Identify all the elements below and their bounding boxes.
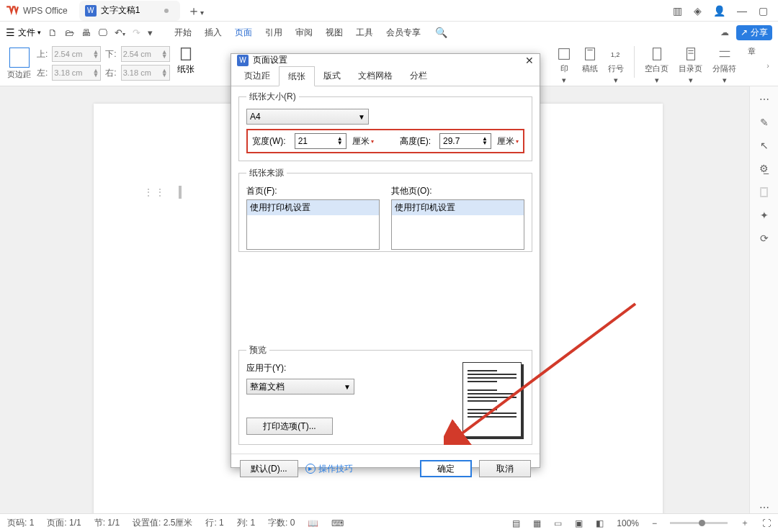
- page-setup-dialog: W 页面设置 ✕ 页边距 纸张 版式 文档网格 分栏 纸张大小(R) A4▼ 宽…: [231, 53, 540, 468]
- preview-thumbnail: [462, 362, 522, 437]
- ok-button[interactable]: 确定: [420, 460, 472, 477]
- dimensions-highlight: 宽度(W): 21▲▼ 厘米 高度(E): 29.7▲▼ 厘米: [246, 129, 524, 153]
- default-button[interactable]: 默认(D)...: [240, 460, 298, 477]
- close-icon[interactable]: ✕: [525, 55, 534, 66]
- chevron-down-icon: ▼: [358, 113, 365, 121]
- width-input[interactable]: 21▲▼: [295, 133, 346, 149]
- print-options-button[interactable]: 打印选项(T)...: [246, 418, 333, 435]
- paper-size-group: 纸张大小(R) A4▼ 宽度(W): 21▲▼ 厘米 高度(E): 29.7▲▼…: [238, 91, 532, 161]
- height-label: 高度(E):: [400, 135, 431, 148]
- width-unit[interactable]: 厘米: [352, 135, 374, 148]
- dialog-tab-layout[interactable]: 版式: [315, 66, 349, 86]
- dialog-title-bar[interactable]: W 页面设置 ✕: [231, 54, 540, 66]
- paper-size-legend: 纸张大小(R): [246, 91, 299, 103]
- dialog-title: 页面设置: [253, 54, 287, 66]
- other-pages-list[interactable]: 使用打印机设置: [391, 199, 524, 250]
- width-label: 宽度(W):: [252, 135, 286, 148]
- dialog-footer: 默认(D)... 操作技巧 确定 取消: [231, 454, 540, 483]
- dialog-tab-grid[interactable]: 文档网格: [349, 66, 401, 86]
- chevron-down-icon: ▼: [344, 383, 351, 391]
- first-page-label: 首页(F):: [246, 185, 380, 197]
- dialog-tab-paper[interactable]: 纸张: [279, 66, 315, 86]
- apply-select[interactable]: 整篇文档▼: [246, 379, 354, 395]
- dialog-backdrop: W 页面设置 ✕ 页边距 纸张 版式 文档网格 分栏 纸张大小(R) A4▼ 宽…: [0, 0, 778, 532]
- dialog-tabs: 页边距 纸张 版式 文档网格 分栏: [231, 66, 540, 86]
- cancel-button[interactable]: 取消: [479, 460, 531, 477]
- paper-size-select[interactable]: A4▼: [246, 109, 369, 125]
- height-unit[interactable]: 厘米: [497, 135, 519, 148]
- apply-label: 应用于(Y):: [246, 362, 454, 374]
- other-pages-label: 其他页(O):: [391, 185, 524, 197]
- height-input[interactable]: 29.7▲▼: [439, 133, 491, 149]
- dialog-tab-columns[interactable]: 分栏: [401, 66, 436, 86]
- tips-link[interactable]: 操作技巧: [305, 463, 353, 475]
- dialog-app-icon: W: [237, 55, 249, 66]
- preview-legend: 预览: [246, 344, 269, 356]
- paper-source-legend: 纸张来源: [246, 167, 287, 179]
- preview-group: 预览 应用于(Y): 整篇文档▼ 打印选项(T)...: [238, 344, 532, 445]
- dialog-tab-margins[interactable]: 页边距: [236, 66, 279, 86]
- first-page-list[interactable]: 使用打印机设置: [246, 199, 380, 250]
- paper-source-group: 纸张来源 首页(F): 使用打印机设置 其他页(O): 使用打印机设置: [238, 167, 532, 252]
